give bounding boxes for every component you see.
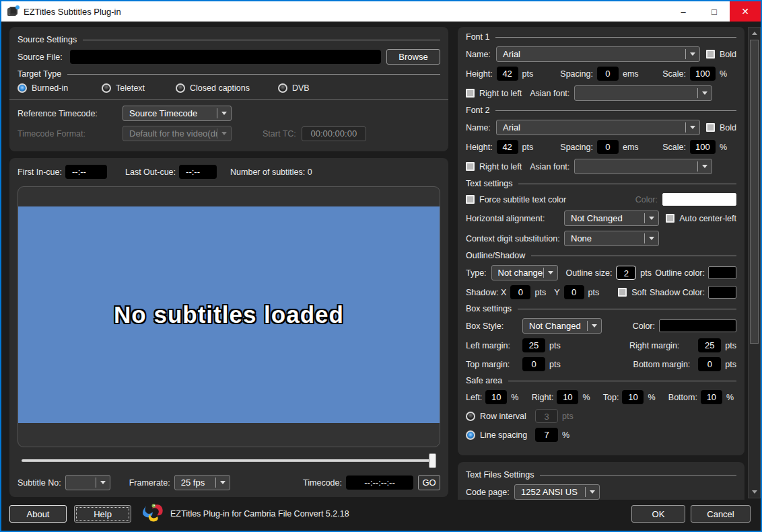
checkbox-icon — [466, 162, 475, 171]
left-margin-input[interactable]: 25 — [522, 338, 545, 352]
safe-bottom-input[interactable]: 10 — [701, 390, 722, 404]
radio-closed-captions[interactable]: Closed captions — [176, 83, 278, 93]
close-button[interactable]: ✕ — [730, 1, 761, 22]
font2-scale-input[interactable]: 100 — [690, 140, 716, 154]
first-in-cue-value: --:-- — [65, 165, 107, 179]
shadow-x-input[interactable]: 0 — [510, 285, 530, 299]
go-button[interactable]: GO — [418, 475, 440, 490]
chevron-down-icon — [698, 162, 712, 171]
font2-spacing-input[interactable]: 0 — [597, 140, 619, 154]
force-color-checkbox[interactable]: Force subtitle text color — [466, 195, 566, 204]
safe-top-input[interactable]: 10 — [622, 390, 644, 404]
safe-right-input[interactable]: 10 — [557, 390, 578, 404]
font1-spacing-input[interactable]: 0 — [597, 67, 619, 81]
font2-rtl-checkbox[interactable]: Right to left — [466, 162, 522, 172]
source-file-input[interactable] — [70, 50, 381, 64]
radio-teletext[interactable]: Teletext — [102, 83, 176, 93]
right-column: Font 1 Name: Arial Bold Height: — [458, 27, 744, 500]
framerate-dropdown[interactable]: 25 fps — [174, 475, 230, 490]
bottom-margin-input[interactable]: 0 — [698, 357, 721, 371]
outline-type-label: Type: — [466, 268, 487, 278]
line-spacing-input[interactable]: 7 — [535, 428, 558, 442]
reference-timecode-dropdown[interactable]: Source Timecode — [123, 106, 232, 121]
last-out-cue-value: --:-- — [179, 165, 217, 179]
row-interval-input: 3 — [535, 409, 558, 423]
line-spacing-row: Line spacing 7 % — [466, 428, 736, 442]
font1-bold-checkbox[interactable]: Bold — [706, 50, 736, 59]
slider-handle[interactable] — [429, 453, 436, 468]
safe-left-input[interactable]: 10 — [485, 390, 507, 404]
text-color-swatch[interactable] — [662, 193, 736, 206]
subtitle-count: Number of subtitles: 0 — [230, 167, 312, 177]
font1-height-input[interactable]: 42 — [497, 67, 518, 81]
timecode-label: Timecode: — [303, 478, 342, 488]
browse-button[interactable]: Browse — [386, 49, 440, 65]
vertical-scrollbar[interactable] — [748, 27, 761, 498]
shadow-color-swatch[interactable] — [708, 286, 736, 299]
timeline-slider[interactable] — [22, 453, 436, 469]
chevron-down-icon — [216, 478, 230, 487]
outline-color-label: Outline color: — [655, 268, 705, 278]
row-interval-radio[interactable]: Row interval — [466, 412, 535, 421]
radio-icon — [466, 430, 475, 440]
shadow-y-input[interactable]: 0 — [564, 285, 584, 299]
halign-dropdown[interactable]: Not Changed — [564, 211, 659, 226]
chevron-down-icon — [96, 478, 110, 487]
reference-timecode-row: Reference Timecode: Source Timecode — [18, 106, 440, 121]
context-digit-dropdown[interactable]: None — [564, 231, 659, 246]
font2-height-input[interactable]: 42 — [497, 140, 518, 154]
radio-icon — [466, 412, 475, 421]
top-margin-input[interactable]: 0 — [522, 357, 545, 371]
source-file-label: Source File: — [18, 52, 70, 62]
font2-asian-dropdown[interactable] — [574, 159, 712, 174]
scroll-down-button[interactable] — [749, 487, 760, 498]
outline-size-input[interactable]: 2 — [616, 266, 636, 280]
font2-name-dropdown[interactable]: Arial — [496, 120, 700, 135]
font1-scale-label: Scale: — [662, 69, 686, 79]
checkbox-icon — [466, 89, 475, 98]
font2-name-label: Name: — [466, 123, 496, 132]
checkbox-icon — [706, 123, 715, 132]
font1-asian-label: Asian font: — [530, 89, 569, 98]
maximize-button[interactable]: □ — [699, 1, 730, 22]
box-style-dropdown[interactable]: Not Changed — [522, 318, 602, 334]
safe-bottom-label: Bottom: — [668, 393, 697, 402]
box-color-swatch[interactable] — [659, 319, 736, 332]
halign-label: Horizontal alignment: — [466, 214, 564, 223]
text-settings-title: Text settings — [466, 179, 736, 188]
bottom-margin-label: Bottom margin: — [633, 360, 691, 369]
cancel-button[interactable]: Cancel — [691, 505, 751, 523]
start-tc-input: 00:00:00:00 — [302, 126, 366, 141]
font1-scale-input[interactable]: 100 — [690, 67, 716, 81]
help-button[interactable]: Help — [74, 505, 131, 523]
font1-height-label: Height: — [466, 69, 493, 79]
framerate-label: Framerate: — [129, 478, 170, 488]
plugin-window: EZTitles Subtitles Plug-in – □ ✕ Source … — [0, 0, 762, 532]
app-icon — [7, 7, 19, 17]
soft-checkbox[interactable]: Soft — [618, 288, 646, 297]
line-spacing-radio[interactable]: Line spacing — [466, 430, 535, 440]
scroll-up-button[interactable] — [749, 28, 760, 38]
right-margin-input[interactable]: 25 — [698, 338, 721, 352]
font1-asian-dropdown[interactable] — [574, 85, 712, 101]
about-button[interactable]: About — [9, 505, 67, 523]
minimize-button[interactable]: – — [668, 1, 699, 22]
scrollbar-thumb[interactable] — [750, 40, 759, 344]
subtitle-no-dropdown[interactable] — [65, 475, 110, 490]
timecode-input[interactable]: --:--:--:-- — [346, 476, 413, 490]
outline-type-dropdown[interactable]: Not changed — [491, 265, 558, 280]
titlebar: EZTitles Subtitles Plug-in – □ ✕ — [1, 1, 761, 22]
radio-burned-in[interactable]: Burned-in — [18, 83, 102, 93]
ok-button[interactable]: OK — [631, 505, 685, 523]
font2-bold-checkbox[interactable]: Bold — [706, 123, 736, 132]
cue-info-row: First In-cue: --:-- Last Out-cue: --:-- … — [18, 165, 440, 179]
safe-area-row: Left: 10 % Right: 10 % Top: 10 % — [466, 390, 736, 404]
code-page-dropdown[interactable]: 1252 ANSI US — [514, 484, 600, 500]
safe-right-label: Right: — [532, 393, 554, 402]
auto-center-checkbox[interactable]: Auto center-left — [666, 214, 736, 223]
radio-dvb[interactable]: DVB — [278, 83, 310, 93]
font1-rtl-checkbox[interactable]: Right to left — [466, 89, 522, 98]
font1-name-dropdown[interactable]: Arial — [496, 46, 700, 62]
checkbox-icon — [466, 195, 475, 204]
outline-color-swatch[interactable] — [708, 266, 736, 279]
